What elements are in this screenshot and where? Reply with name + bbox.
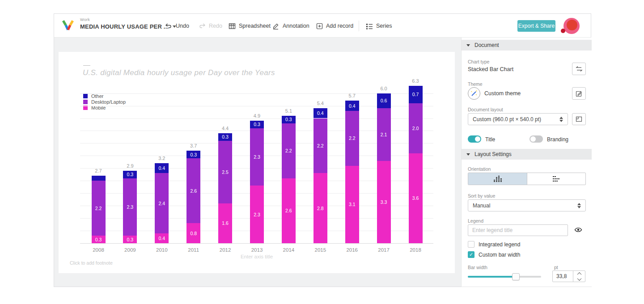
avatar[interactable] [561, 17, 580, 36]
document-title-menu[interactable]: MEDIA HOURLY USAGE PER ... [80, 23, 176, 30]
bar-segment[interactable]: 2.3 [123, 178, 137, 236]
bar-segment[interactable]: 2.3 [250, 186, 264, 243]
edit-theme-button[interactable] [572, 87, 586, 100]
eye-icon[interactable] [574, 227, 582, 233]
layout-options-button[interactable] [572, 113, 586, 125]
orientation-horizontal-button[interactable] [527, 173, 586, 185]
bar-segment-label: 0.8 [190, 231, 197, 236]
integrated-legend-checkbox[interactable]: Integrated legend [468, 241, 520, 248]
bar-width-value[interactable]: 33,8 [553, 271, 573, 282]
bar-segment[interactable]: 2.2 [314, 118, 327, 173]
chart-canvas: U.S. digital Media hourly usage per Day … [59, 52, 455, 273]
bar-segment[interactable]: 0.8 [186, 223, 200, 243]
bar-width-spinbox: 33,8 [552, 270, 585, 282]
bar-segment-label: 0.7 [412, 92, 419, 97]
bar-segment-label: 2.2 [317, 143, 324, 148]
document-layout-select[interactable]: Custom (960.0 pt × 540.0 pt) [468, 113, 568, 125]
layout-icon [576, 116, 582, 122]
collapse-icon [466, 153, 470, 156]
workspace-label: Work [80, 17, 176, 22]
document-layout-label: Document layout [468, 107, 503, 112]
slider-handle[interactable] [512, 273, 520, 280]
bar-segment[interactable]: 3.6 [409, 153, 423, 243]
bar-segment[interactable]: 0.4 [345, 101, 359, 110]
x-axis-tick-label: 2009 [119, 247, 141, 253]
series-list-icon [366, 23, 373, 30]
legend-title-input[interactable] [468, 224, 568, 236]
bar-segment[interactable]: 0.3 [282, 116, 296, 123]
export-share-button[interactable]: Export & Share [517, 20, 555, 32]
bar-total-label: 6.0 [375, 86, 393, 91]
bar-segment[interactable]: 0.3 [250, 121, 264, 128]
bar-segment[interactable]: 0.3 [123, 171, 137, 178]
x-axis-tick-label: 2018 [404, 247, 427, 253]
sort-by-value-select[interactable]: Manual [468, 199, 586, 211]
undo-button[interactable]: Undo [165, 21, 189, 31]
bar-segment[interactable]: 0.6 [377, 93, 391, 109]
x-axis-tick-label: 2008 [87, 247, 110, 253]
bar-segment-label: 2.3 [127, 204, 134, 210]
x-axis-tick-label: 2013 [246, 247, 268, 253]
settings-panel: Document Chart type Stacked Bar Chart Th… [461, 38, 592, 287]
bar-segment[interactable]: 0.3 [123, 236, 137, 243]
bar-segment[interactable]: 0.3 [218, 133, 232, 141]
orientation-vertical-button[interactable] [468, 173, 527, 185]
toolbar-divider [359, 21, 359, 31]
bar-segment[interactable]: 2.1 [377, 108, 391, 160]
bar-width-slider[interactable] [468, 273, 541, 280]
bar-segment[interactable]: 0.4 [155, 163, 169, 173]
spin-down-button[interactable] [573, 276, 585, 282]
swap-chart-type-button[interactable] [572, 63, 586, 75]
bar-segment[interactable]: 1.6 [218, 203, 232, 243]
bar-segment[interactable]: 2.5 [218, 141, 232, 203]
bar-width-label: Bar width [468, 265, 487, 270]
bar-segment[interactable]: 0.4 [155, 233, 169, 243]
spin-up-button[interactable] [573, 271, 585, 276]
bar-segment-label: 0.3 [95, 237, 102, 242]
bar-segment-label: 0.3 [222, 134, 229, 139]
title-toggle[interactable] [468, 135, 481, 143]
bar-segment[interactable]: 0.4 [314, 108, 327, 118]
custom-bar-width-checkbox[interactable]: ✓ Custom bar width [468, 251, 520, 258]
bar-total-label: 5.1 [280, 108, 297, 114]
app-logo-icon[interactable] [61, 19, 75, 32]
spreadsheet-button[interactable]: Spreadsheet [229, 21, 271, 31]
bar-segment[interactable]: 2.6 [282, 178, 296, 243]
bar-segment-label: 2.3 [254, 154, 260, 160]
theme-button[interactable] [468, 87, 480, 100]
swap-arrows-icon [576, 66, 583, 72]
redo-button[interactable]: Redo [198, 21, 222, 31]
bar-segment[interactable]: 2.6 [186, 158, 200, 223]
toolbar: Work MEDIA HOURLY USAGE PER ... Undo Red… [54, 14, 591, 38]
checkbox-checked-icon: ✓ [468, 251, 475, 258]
bar-segment[interactable]: 2.8 [314, 173, 327, 243]
bar-segment[interactable]: 0.3 [186, 151, 200, 158]
footnote-placeholder[interactable]: Click to add footnote [70, 260, 113, 266]
bar-segment-label: 2.1 [381, 132, 387, 137]
bar-segment[interactable]: 2.2 [92, 181, 106, 236]
layout-settings-section-header[interactable]: Layout Settings [462, 149, 592, 160]
branding-toggle-label: Branding [547, 136, 568, 143]
bar-segment[interactable]: 0.7 [409, 86, 423, 103]
bar-segment[interactable]: 0.3 [92, 236, 106, 243]
series-button[interactable]: Series [366, 21, 392, 31]
branding-toggle[interactable] [530, 135, 543, 143]
axis-title-placeholder[interactable]: Enter axis title [212, 254, 301, 259]
bar-total-label: 3.7 [185, 143, 203, 148]
bar-segment[interactable]: 2.0 [409, 103, 423, 153]
document-section-header[interactable]: Document [462, 40, 592, 51]
bar-segment[interactable] [92, 176, 106, 181]
bar-segment-label: 0.4 [158, 165, 165, 171]
bar-segment-label: 3.6 [412, 195, 419, 201]
bar-segment[interactable]: 2.2 [345, 111, 359, 166]
collapse-icon [466, 44, 470, 46]
bar-total-label: 5.7 [343, 93, 361, 98]
bar-segment[interactable]: 2.3 [250, 128, 264, 186]
bar-segment-label: 0.3 [285, 117, 292, 122]
bar-segment[interactable]: 2.2 [282, 123, 296, 178]
annotation-button[interactable]: Annotation [272, 21, 309, 31]
bar-segment[interactable]: 3.3 [377, 161, 391, 243]
bar-segment[interactable]: 3.1 [345, 166, 359, 243]
bar-segment[interactable]: 2.4 [155, 173, 169, 233]
add-record-button[interactable]: Add record [316, 21, 353, 31]
